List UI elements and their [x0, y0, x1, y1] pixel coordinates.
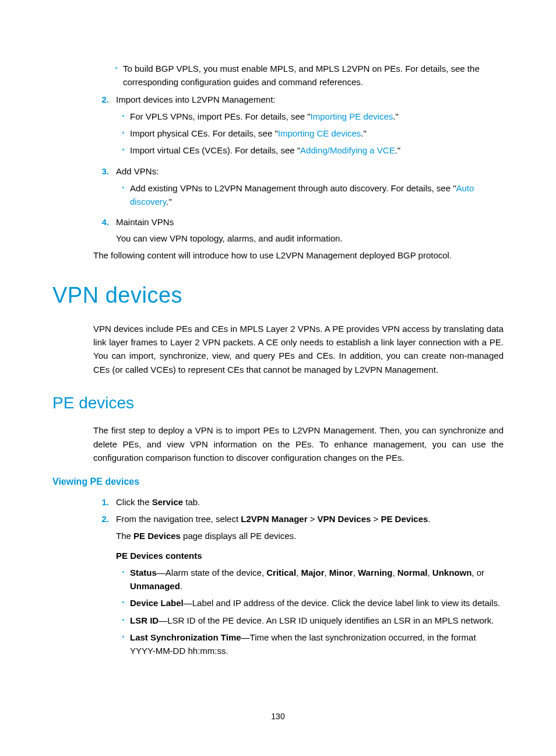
step1-subitem: ∘ To build BGP VPLS, you must enable MPL…	[109, 62, 504, 89]
step-2-title: Import devices into L2VPN Management:	[116, 93, 504, 106]
text: ,	[353, 568, 358, 578]
bold-text: Unknown	[432, 568, 472, 578]
bold-text: Critical	[266, 568, 296, 578]
text: Click the	[116, 497, 152, 507]
text: ,	[427, 568, 432, 578]
step-4-desc: You can view VPN topology, alarms, and a…	[116, 232, 504, 245]
bold-text: Status	[130, 568, 157, 578]
step3-sub1: ∘ Add existing VPNs to L2VPN Management …	[116, 181, 504, 209]
text: —LSR ID of the PE device. An LSR ID uniq…	[159, 615, 494, 625]
bold-text: L2VPN Manager	[241, 514, 307, 524]
text: The	[116, 531, 133, 541]
text: Add existing VPNs to L2VPN Management th…	[130, 183, 456, 193]
circle-bullet-icon: ∘	[116, 566, 130, 593]
step2-sub2: ∘ Import physical CEs. For details, see …	[116, 127, 504, 140]
circle-bullet-icon: ∘	[116, 144, 130, 157]
text: ."	[361, 128, 367, 138]
step-number: 3.	[90, 164, 116, 212]
text: Import physical CEs. For details, see "	[130, 128, 278, 138]
bold-text: PE Devices	[381, 514, 428, 524]
bold-text: LSR ID	[130, 615, 159, 625]
page: ∘ To build BGP VPLS, you must enable MPL…	[0, 0, 556, 756]
step-number: 4.	[90, 215, 116, 245]
circle-bullet-icon: ∘	[116, 127, 130, 140]
bold-text: Warning	[358, 568, 392, 578]
step-4-title: Maintain VPNs	[116, 215, 504, 229]
step-3-title: Add VPNs:	[116, 164, 504, 178]
circle-bullet-icon: ∘	[116, 596, 130, 610]
vpn-devices-paragraph: VPN devices include PEs and CEs in MPLS …	[93, 322, 504, 376]
step2-sub1: ∘ For VPLS VPNs, import PEs. For details…	[116, 110, 504, 123]
link-adding-modifying-vce[interactable]: Adding/Modifying a VCE	[300, 145, 395, 155]
pe-devices-contents-title: PE Devices contents	[116, 549, 504, 562]
circle-bullet-icon: ∘	[116, 631, 130, 658]
text: ."	[393, 111, 399, 121]
circle-bullet-icon: ∘	[109, 62, 123, 89]
circle-bullet-icon: ∘	[116, 110, 130, 123]
text: —Label and IP address of the device. Cli…	[184, 598, 500, 608]
contents-status: ∘ Status—Alarm state of the device, Crit…	[116, 566, 504, 593]
text: >	[307, 514, 317, 524]
heading-pe-devices: PE devices	[52, 390, 504, 415]
text: ."	[166, 197, 172, 206]
heading-viewing-pe-devices: Viewing PE devices	[52, 475, 504, 489]
step-4: 4. Maintain VPNs You can view VPN topolo…	[90, 215, 504, 245]
bold-text: Last Synchronization Time	[130, 632, 241, 642]
text: —Alarm state of the device,	[157, 568, 266, 578]
text: , or	[471, 568, 484, 578]
text: ,	[392, 568, 397, 578]
text: ."	[395, 145, 401, 155]
link-importing-ce-devices[interactable]: Importing CE devices	[278, 128, 361, 138]
step-3: 3. Add VPNs: ∘ Add existing VPNs to L2VP…	[90, 164, 504, 212]
text: .	[180, 581, 182, 591]
view-step-1: 1. Click the Service tab.	[90, 495, 504, 509]
text: page displays all PE devices.	[181, 531, 296, 541]
bold-text: Normal	[397, 568, 428, 578]
circle-bullet-icon: ∘	[116, 181, 130, 209]
step-number: 1.	[90, 495, 116, 509]
bold-text: Unmanaged	[130, 581, 180, 591]
text: For VPLS VPNs, import PEs. For details, …	[130, 111, 311, 121]
pe-devices-paragraph: The first step to deploy a VPN is to imp…	[93, 424, 504, 464]
circle-bullet-icon: ∘	[116, 614, 130, 627]
bold-text: Major	[301, 568, 324, 578]
step-number: 2.	[90, 512, 116, 661]
contents-lsr-id: ∘ LSR ID—LSR ID of the PE device. An LSR…	[116, 614, 504, 627]
contents-device-label: ∘ Device Label—Label and IP address of t…	[116, 596, 504, 610]
bold-text: Device Label	[130, 598, 184, 608]
text: From the navigation tree, select	[116, 514, 241, 524]
step1-sub-text: To build BGP VPLS, you must enable MPLS,…	[123, 62, 504, 89]
text: tab.	[183, 497, 200, 507]
closing-paragraph: The following content will introduce how…	[93, 249, 504, 262]
text: Import virtual CEs (VCEs). For details, …	[130, 145, 300, 155]
step2-sub3: ∘ Import virtual CEs (VCEs). For details…	[116, 144, 504, 157]
view-step-2: 2. From the navigation tree, select L2VP…	[90, 512, 504, 661]
text: .	[428, 514, 430, 524]
step-number: 2.	[90, 93, 116, 161]
link-importing-pe-devices[interactable]: Importing PE devices	[311, 111, 393, 121]
bold-text: Service	[152, 497, 183, 507]
bold-text: PE Devices	[133, 531, 181, 541]
text: ,	[324, 568, 329, 578]
bold-text: VPN Devices	[318, 514, 371, 524]
contents-last-sync: ∘ Last Synchronization Time—Time when th…	[116, 631, 504, 658]
bold-text: Minor	[329, 568, 353, 578]
step-2: 2. Import devices into L2VPN Management:…	[90, 93, 504, 161]
text: >	[371, 514, 381, 524]
page-number: 130	[0, 710, 556, 723]
heading-vpn-devices: VPN devices	[52, 278, 504, 313]
